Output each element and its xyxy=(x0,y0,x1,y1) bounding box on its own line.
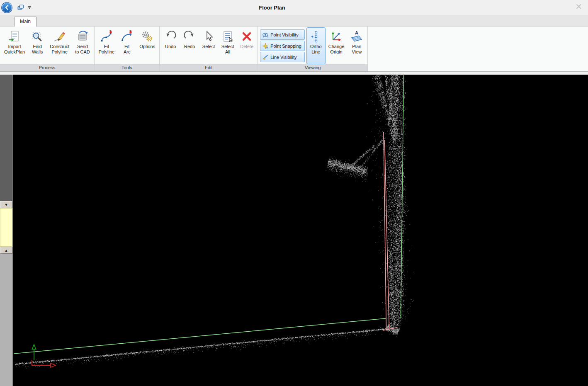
back-arrow-icon xyxy=(4,4,10,11)
toggle-label: Point Snapping xyxy=(270,44,301,49)
ribbon-group-edit: Undo Redo Select Select All Delete xyxy=(160,27,258,71)
plan-view-button[interactable]: A Plan View xyxy=(347,27,366,64)
ribbon: Import QuickPlan Find Walls Construct Po… xyxy=(0,26,588,72)
viewport[interactable] xyxy=(13,75,588,386)
window-title: Floor Plan xyxy=(0,5,544,11)
button-label: Change xyxy=(328,44,345,49)
button-label: Line xyxy=(311,49,320,55)
ribbon-group-tools: Fit Polyline Fit Arc Options Tools xyxy=(95,27,160,71)
button-label: Options xyxy=(139,44,155,49)
plan-view-icon: A xyxy=(350,30,363,43)
delete-button: Delete xyxy=(237,27,256,64)
point-snapping-toggle[interactable]: Point Snapping xyxy=(260,41,305,51)
button-label: Plan xyxy=(352,44,361,49)
button-label: View xyxy=(352,49,362,55)
button-label: Select xyxy=(202,44,215,49)
fit-arc-icon xyxy=(120,30,134,43)
titlebar: Floor Plan ✕ xyxy=(0,0,588,15)
slider-down-button[interactable]: ▼ xyxy=(0,201,12,208)
button-label: Arc xyxy=(124,49,131,55)
button-label: Polyline xyxy=(99,49,115,55)
button-label: Import xyxy=(8,44,21,49)
button-label: to CAD xyxy=(75,49,90,55)
construct-polyline-icon xyxy=(53,30,66,43)
button-label: Ortho xyxy=(310,44,322,49)
fit-arc-button[interactable]: Fit Arc xyxy=(117,27,136,64)
import-quickplan-button[interactable]: Import QuickPlan xyxy=(1,27,28,64)
send-to-cad-button[interactable]: Send to CAD xyxy=(72,27,92,64)
elevation-slider: ▼ ▲ xyxy=(0,75,13,386)
quick-access-dropdown-icon[interactable] xyxy=(27,5,32,10)
ribbon-gap xyxy=(0,72,588,75)
fit-polyline-button[interactable]: Fit Polyline xyxy=(96,27,118,64)
button-label: All xyxy=(225,49,230,55)
svg-text:A: A xyxy=(355,30,358,35)
button-label: Walls xyxy=(32,49,43,55)
redo-icon xyxy=(183,30,196,43)
slider-track-top xyxy=(0,75,12,201)
viewing-toggle-column: Point Visibility Point Snapping Line Vis… xyxy=(259,27,306,64)
delete-icon xyxy=(240,30,253,43)
ribbon-group-process: Import QuickPlan Find Walls Construct Po… xyxy=(0,27,95,71)
ribbon-filler xyxy=(368,27,588,71)
button-label: Polyline xyxy=(51,49,68,55)
ribbon-tab-row: Main xyxy=(0,15,588,26)
group-label-viewing: Viewing xyxy=(258,64,367,71)
line-visibility-toggle[interactable]: Line Visibility xyxy=(260,52,305,62)
ortho-line-icon xyxy=(309,30,323,43)
select-icon xyxy=(202,30,215,43)
button-label: Fit xyxy=(124,44,129,49)
workspace: ▼ ▲ xyxy=(0,75,588,386)
group-label-process: Process xyxy=(0,64,94,71)
slider-range-indicator[interactable] xyxy=(0,208,12,247)
change-origin-button[interactable]: Change Origin xyxy=(326,27,347,64)
undo-icon xyxy=(164,30,177,43)
options-button[interactable]: Options xyxy=(136,27,158,64)
find-walls-button[interactable]: Find Walls xyxy=(28,27,47,64)
group-label-edit: Edit xyxy=(160,64,258,71)
button-label: Fit xyxy=(104,44,109,49)
fit-polyline-icon xyxy=(100,30,113,43)
button-label: Find xyxy=(33,44,41,49)
change-origin-icon xyxy=(330,30,343,43)
slider-up-button[interactable]: ▲ xyxy=(0,247,12,254)
ribbon-group-viewing: Point Visibility Point Snapping Line Vis… xyxy=(258,27,368,71)
close-button[interactable]: ✕ xyxy=(569,2,588,13)
select-all-icon xyxy=(221,30,234,43)
button-label: Origin xyxy=(330,49,342,55)
point-visibility-icon xyxy=(262,32,269,38)
button-label: Redo xyxy=(184,44,195,49)
line-visibility-icon xyxy=(262,54,269,61)
button-label: Undo xyxy=(165,44,176,49)
tab-main[interactable]: Main xyxy=(14,17,36,27)
options-icon xyxy=(141,30,154,43)
toggle-label: Point Visibility xyxy=(270,32,299,37)
import-quickplan-icon xyxy=(8,30,21,43)
select-all-button[interactable]: Select All xyxy=(218,27,237,64)
ortho-line-button[interactable]: Ortho Line xyxy=(306,27,326,64)
button-label: Send xyxy=(77,44,88,49)
group-label-tools: Tools xyxy=(95,64,159,71)
button-label: QuickPlan xyxy=(4,49,25,55)
find-walls-icon xyxy=(31,30,44,43)
point-visibility-toggle[interactable]: Point Visibility xyxy=(260,29,305,40)
button-label: Delete xyxy=(240,44,253,49)
button-label: Select xyxy=(221,44,234,49)
toggle-label: Line Visibility xyxy=(270,55,296,60)
select-button[interactable]: Select xyxy=(199,27,218,64)
redo-button[interactable]: Redo xyxy=(180,27,199,64)
slider-track-bottom xyxy=(0,254,12,386)
point-snapping-icon xyxy=(262,43,269,49)
undo-button[interactable]: Undo xyxy=(161,27,180,64)
app-icon[interactable] xyxy=(17,4,24,11)
send-to-cad-icon xyxy=(76,30,89,43)
button-label: Construct xyxy=(50,44,69,49)
back-button[interactable] xyxy=(1,2,12,13)
construct-polyline-button[interactable]: Construct Polyline xyxy=(47,27,72,64)
